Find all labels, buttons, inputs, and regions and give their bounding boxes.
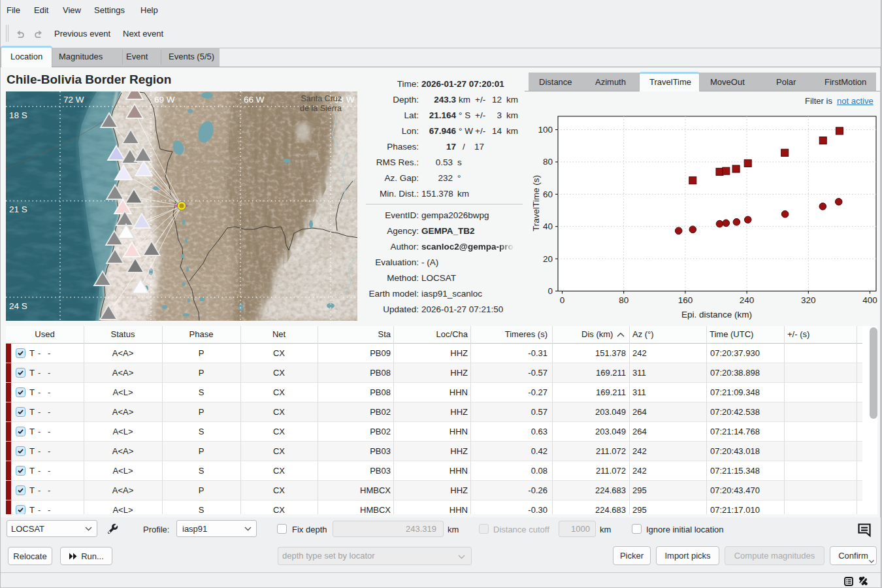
svg-text:de la Sierra: de la Sierra: [300, 104, 342, 113]
svg-text:20: 20: [543, 254, 553, 264]
svg-text:Santa Cruz: Santa Cruz: [301, 94, 342, 103]
svg-text:160: 160: [678, 295, 693, 305]
svg-text:60: 60: [543, 189, 553, 199]
svg-text:69 W: 69 W: [154, 95, 175, 105]
svg-text:Epi. distance (km): Epi. distance (km): [681, 310, 752, 319]
svg-text:18 S: 18 S: [9, 110, 27, 120]
svg-text:24 S: 24 S: [9, 301, 27, 311]
svg-text:240: 240: [740, 295, 755, 305]
svg-text:0: 0: [560, 295, 565, 305]
svg-text:21 S: 21 S: [9, 204, 27, 214]
svg-text:66 W: 66 W: [244, 95, 265, 105]
svg-text:80: 80: [543, 157, 553, 167]
svg-text:100: 100: [538, 125, 553, 135]
svg-text:TravelTime (s): TravelTime (s): [531, 175, 541, 231]
svg-text:80: 80: [619, 295, 629, 305]
svg-text:320: 320: [801, 295, 816, 305]
svg-text:0: 0: [547, 286, 553, 296]
svg-text:400: 400: [862, 295, 877, 305]
svg-text:40: 40: [543, 221, 553, 231]
svg-text:72 W: 72 W: [63, 95, 84, 105]
